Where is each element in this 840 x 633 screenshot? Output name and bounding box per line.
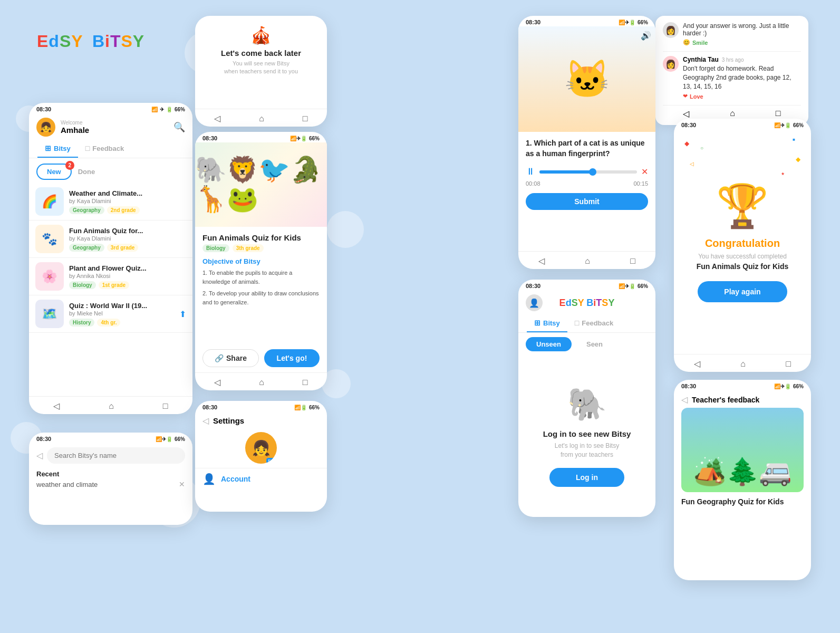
tab-bitsy-1[interactable]: ⊞ Bitsy [37, 141, 78, 158]
tab-feedback-6[interactable]: □ Feedback [567, 315, 621, 332]
reaction-label-2: Love [690, 93, 703, 100]
share-icon: 🔗 [215, 354, 224, 362]
progress-thumb [589, 168, 596, 176]
lets-go-button[interactable]: Let's go! [264, 349, 320, 367]
grade-tag: 1st grade [99, 281, 129, 289]
status-bar-8: 08:30 📶✈🔋 66% [674, 380, 811, 390]
quiz-info: Weather and Climate... by Kaya Dlamini G… [69, 189, 186, 214]
back-nav[interactable]: ◁ [694, 359, 700, 369]
home-nav[interactable]: ⌂ [730, 109, 735, 119]
back-icon-settings[interactable]: ◁ [202, 416, 209, 426]
quiz-tags: History 4th gr. [69, 319, 174, 327]
unseen-button[interactable]: Unseen [526, 337, 572, 351]
empty-subtitle: You will see new Bitsywhen teachers send… [221, 60, 301, 76]
close-icon[interactable]: ✕ [179, 480, 185, 488]
home-nav[interactable]: ⌂ [740, 359, 746, 369]
recent-nav[interactable]: □ [303, 114, 308, 123]
phone-quiz-list: 08:30 📶 ✈ 🔋 66% 👧 Welcome Amhale 🔍 ⊞ Bit… [29, 103, 192, 414]
back-nav[interactable]: ◁ [53, 401, 60, 411]
comment-reaction: 😊 Smile [683, 39, 801, 46]
quiz-title: Quiz : World War II (19... [69, 302, 174, 310]
phone-quiz-detail: 08:30 📶✈🔋 66% 🐘🦁🐦🐊🦒🐸 Fun Animals Quiz fo… [195, 132, 327, 390]
phone-empty-state: 🎪 Let's come back later You will see new… [195, 16, 327, 127]
recent-nav[interactable]: □ [630, 256, 635, 266]
subject-tag: Geography [69, 206, 104, 214]
edit-label[interactable]: Edit [266, 458, 277, 464]
quiz-detail-tags: Biology 3th grade [202, 244, 320, 252]
recent-nav[interactable]: □ [786, 359, 791, 369]
search-input[interactable] [47, 447, 185, 464]
status-bar-5: 08:30 📶✈🔋 66% [518, 16, 655, 26]
home-nav[interactable]: ⌂ [259, 378, 264, 387]
audio-icon[interactable]: 🔊 [641, 31, 651, 41]
list-item[interactable]: 🗺️ Quiz : World War II (19... by Mieke N… [29, 295, 192, 333]
back-icon-search[interactable]: ◁ [36, 450, 43, 461]
list-item[interactable]: 🌸 Plant and Flower Quiz... by Annika Nko… [29, 258, 192, 295]
close-audio-icon[interactable]: ✕ [641, 167, 648, 177]
welcome-text: Welcome [61, 120, 89, 126]
quiz-thumb: 🐾 [35, 225, 64, 253]
play-again-button[interactable]: Play again [698, 281, 787, 302]
pause-icon[interactable]: ⏸ [526, 166, 535, 177]
nav-bar-7: ◁ ⌂ □ [674, 354, 811, 372]
congrats-content: ◆ ○ ■ ◆ ◁ ★ 🏆 Congratulation You have su… [674, 129, 811, 354]
grade-tag: 4th gr. [97, 319, 120, 327]
status-bar-9: 08:30 📶✈🔋 66% [29, 433, 192, 443]
recent-nav[interactable]: □ [303, 378, 308, 387]
love-icon: ❤ [683, 93, 688, 100]
home-nav[interactable]: ⌂ [109, 401, 114, 411]
time-1: 08:30 [36, 106, 51, 112]
trophy-icon: 🏆 [716, 181, 769, 231]
status-bar-2: 08:30 📶✈🔋 66% [195, 132, 327, 142]
login-button[interactable]: Log in [549, 468, 624, 487]
recent-nav[interactable]: □ [776, 109, 781, 119]
list-item[interactable]: 🐾 Fun Animals Quiz for... by Kaya Dlamin… [29, 220, 192, 258]
done-button[interactable]: Done [78, 168, 95, 176]
feedback-card: 👩 And your answer is wrong. Just a littl… [655, 16, 808, 125]
settings-title: Settings [213, 416, 244, 425]
app-logo: EdSY BiTSY [37, 32, 144, 51]
back-nav[interactable]: ◁ [214, 113, 220, 123]
comment-2: 👩 Cynthia Tau 3 hrs ago Don't forget do … [663, 51, 801, 100]
seen-button[interactable]: Seen [576, 337, 613, 351]
new-badge: 2 [65, 161, 74, 170]
account-icon: 👤 [202, 473, 216, 485]
phone-settings: 08:30 📶🔋 66% ◁ Settings 👧 Edit 👤 Account [195, 401, 327, 512]
submit-button[interactable]: Submit [526, 193, 648, 210]
feedback-title: Teacher's feedback [692, 396, 759, 404]
tab-feedback-1[interactable]: □ Feedback [78, 141, 131, 158]
new-button[interactable]: New 2 [36, 164, 72, 180]
back-nav[interactable]: ◁ [214, 377, 220, 387]
question-text: 1. Which part of a cat is as unique as a… [526, 138, 648, 159]
progress-bar[interactable] [539, 170, 637, 174]
quiz-list: 🌈 Weather and Climate... by Kaya Dlamini… [29, 183, 192, 396]
list-item[interactable]: 🌈 Weather and Climate... by Kaya Dlamini… [29, 183, 192, 220]
comment-time: 3 hrs ago [722, 57, 744, 63]
share-button[interactable]: 🔗 Share [202, 349, 259, 367]
status-bar-6: 08:30 📶✈🔋 66% [518, 280, 655, 290]
quiz-info: Plant and Flower Quiz... by Annika Nkosi… [69, 264, 186, 289]
subject-tag: Biology [69, 281, 96, 289]
back-nav[interactable]: ◁ [538, 256, 545, 266]
action-buttons: 🔗 Share Let's go! [195, 344, 327, 372]
filter-bar: New 2 Done [29, 158, 192, 183]
search-icon[interactable]: 🔍 [173, 121, 185, 133]
back-icon-feedback[interactable]: ◁ [681, 395, 688, 405]
home-nav[interactable]: ⌂ [259, 114, 264, 123]
grade-tag: 2nd grade [107, 206, 140, 214]
tab-bitsy-6[interactable]: ⊞ Bitsy [527, 315, 567, 332]
small-logo: EdSY BiTSY [559, 298, 615, 309]
tab-bar-6: ⊞ Bitsy □ Feedback [518, 313, 655, 333]
quiz-author: by Annika Nkosi [69, 273, 186, 279]
phone-teachers-feedback: 08:30 📶✈🔋 66% ◁ Teacher's feedback 🏕️🌲🚐 … [674, 380, 811, 580]
quiz-thumb: 🌸 [35, 262, 64, 291]
recent-nav[interactable]: □ [163, 401, 168, 411]
home-nav[interactable]: ⌂ [585, 256, 590, 266]
login-title: Log in to see new Bitsy [543, 429, 631, 438]
progress-fill [539, 170, 593, 174]
objective-title: Objective of Bitsy [202, 257, 320, 265]
quiz-author: by Kaya Dlamini [69, 235, 186, 242]
commenter-name: Cynthia Tau [683, 56, 719, 63]
back-nav[interactable]: ◁ [683, 109, 689, 119]
quiz-author: by Kaya Dlamini [69, 198, 186, 204]
